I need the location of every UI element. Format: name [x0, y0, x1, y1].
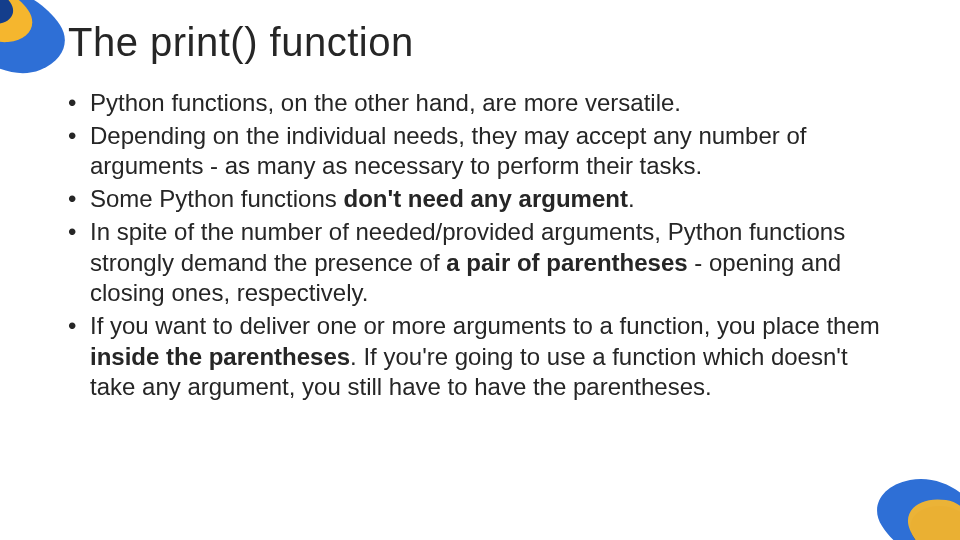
- bullet-item: Some Python functions don't need any arg…: [68, 184, 898, 215]
- slide-title: The print() function: [68, 20, 414, 65]
- text-run: don't need any argument: [343, 185, 627, 212]
- text-run: .: [628, 185, 635, 212]
- text-run: Python functions, on the other hand, are…: [90, 89, 681, 116]
- text-run: a pair of parentheses: [446, 249, 687, 276]
- text-run: Some Python functions: [90, 185, 343, 212]
- bullet-item: In spite of the number of needed/provide…: [68, 217, 898, 309]
- slide-body: Python functions, on the other hand, are…: [68, 88, 898, 405]
- text-run: inside the parentheses: [90, 343, 350, 370]
- text-run: If you want to deliver one or more argum…: [90, 312, 880, 339]
- bullet-item: If you want to deliver one or more argum…: [68, 311, 898, 403]
- bullet-item: Python functions, on the other hand, are…: [68, 88, 898, 119]
- slide: The print() function Python functions, o…: [0, 0, 960, 540]
- bullet-item: Depending on the individual needs, they …: [68, 121, 898, 182]
- corner-decoration-bottom-right: [840, 450, 960, 540]
- bullet-list: Python functions, on the other hand, are…: [68, 88, 898, 403]
- text-run: Depending on the individual needs, they …: [90, 122, 806, 180]
